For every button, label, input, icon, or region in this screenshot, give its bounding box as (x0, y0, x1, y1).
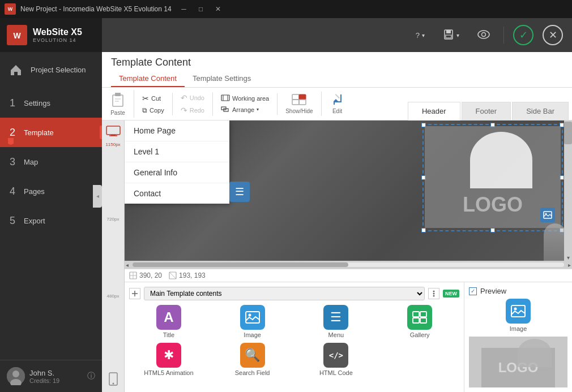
save-chevron: ▾ (456, 32, 459, 38)
working-area-button[interactable]: Working area (217, 93, 272, 104)
sidebar-brand: WebSite X5 EVOLUTION 14 (33, 27, 82, 43)
minimize-button[interactable]: ─ (176, 3, 192, 15)
object-options-icon[interactable] (428, 288, 439, 299)
scroll-right-arrow[interactable]: ▸ (567, 262, 572, 268)
svg-rect-22 (292, 100, 299, 105)
menu-toggle-button[interactable]: ☰ (229, 182, 250, 202)
vertical-scrollbar[interactable]: ▾ (564, 120, 572, 261)
html-code-icon: </> (323, 343, 348, 368)
svg-rect-28 (335, 94, 339, 98)
image-badge-icon[interactable] (540, 208, 555, 222)
nav-num-pages: 4 (8, 186, 17, 197)
info-button[interactable]: ⓘ (87, 371, 95, 381)
bottom-section: Main Template contents NEW A (125, 282, 572, 392)
size-value: 193, 193 (179, 272, 206, 279)
confirm-button[interactable]: ✓ (513, 25, 533, 45)
menu-item-contact[interactable]: Contact (125, 183, 229, 204)
nav-num-map: 3 (8, 156, 17, 168)
preview-canvas: LOGO (469, 337, 567, 387)
object-menu[interactable]: ☰ Menu (297, 305, 376, 338)
scrollbar-thumb-h[interactable] (133, 262, 348, 267)
dim-480: 480px (107, 294, 119, 299)
close-button[interactable]: ✕ (210, 3, 226, 15)
sidebar-item-settings[interactable]: 1 Settings (0, 88, 102, 118)
canvas-area[interactable]: LOGO Home Page (125, 120, 572, 269)
menu-popup: Home Page Level 1 General Info Contact (125, 120, 229, 204)
gallery-icon (407, 305, 432, 330)
save-button[interactable]: ▾ (438, 27, 464, 44)
cut-copy-group: ✂ Cut ⧉ Copy (139, 93, 173, 115)
menu-item-general[interactable]: General Info (125, 162, 229, 183)
objects-panel: Main Template contents NEW A (125, 282, 464, 392)
maximize-button[interactable]: □ (193, 3, 209, 15)
edit-button[interactable]: Edit (326, 92, 349, 116)
user-name: John S. (29, 369, 83, 377)
svg-rect-52 (511, 305, 525, 317)
objects-grid: A Title Image (129, 305, 459, 376)
arrange-button[interactable]: Arrange ▾ (217, 105, 272, 115)
scroll-down-arrow[interactable]: ▾ (564, 255, 572, 261)
sidebar-item-map[interactable]: 3 Map (0, 147, 102, 176)
collapse-sidebar-button[interactable]: ◂ (93, 185, 102, 208)
preview-image-item: Image (469, 299, 567, 332)
arrange-icon (221, 106, 230, 114)
svg-rect-46 (246, 312, 259, 323)
horizontal-scrollbar[interactable]: ◂ ▸ (125, 261, 572, 269)
object-title[interactable]: A Title (129, 305, 208, 338)
tab-template-settings[interactable]: Template Settings (185, 71, 259, 87)
header-close-button[interactable]: ✕ (543, 25, 563, 45)
tab-footer[interactable]: Footer (462, 102, 511, 120)
menu-item-level1[interactable]: Level 1 (125, 141, 229, 162)
user-info: John S. Credits: 19 (29, 369, 83, 384)
sidebar-item-export[interactable]: 5 Export (0, 206, 102, 235)
position-value: 390, 20 (139, 272, 162, 279)
dim-1150: 1150px (105, 142, 120, 148)
preview-image-icon (506, 299, 531, 324)
html-code-label: HTML Code (319, 369, 353, 376)
image-icon (240, 305, 265, 330)
cut-button[interactable]: ✂ Cut (139, 93, 168, 104)
help-button[interactable]: ? ▾ (411, 29, 429, 42)
scroll-left-arrow[interactable]: ◂ (125, 262, 130, 268)
handle-bc[interactable] (490, 228, 495, 232)
object-search-field[interactable]: 🔍 Search Field (213, 343, 292, 376)
tab-header[interactable]: Header (408, 102, 460, 120)
object-gallery[interactable]: Gallery (380, 305, 459, 338)
svg-rect-48 (413, 312, 419, 317)
preview-checkbox[interactable]: ✓ (469, 287, 477, 295)
show-hide-button[interactable]: Show/Hide (282, 92, 316, 116)
svg-rect-25 (334, 101, 342, 102)
logo-area: LOGO (425, 126, 561, 228)
add-object-icon[interactable] (129, 288, 140, 299)
object-html5-animation[interactable]: ✱ HTML5 Animation (129, 343, 208, 376)
scrollbar-thumb-v[interactable] (564, 122, 572, 144)
paste-button[interactable]: Paste (106, 90, 129, 118)
undo-button[interactable]: ↶ Undo (177, 92, 208, 104)
arrange-chevron-icon: ▾ (257, 107, 259, 112)
object-html-code[interactable]: </> HTML Code (297, 343, 376, 376)
mobile-device-icon[interactable] (105, 371, 122, 387)
save-icon (443, 29, 454, 42)
sidebar-item-project[interactable]: Project Selection (0, 52, 102, 88)
tab-template-content[interactable]: Template Content (111, 71, 185, 87)
svg-rect-7 (446, 30, 451, 33)
search-icon: 🔍 (240, 343, 265, 368)
svg-rect-8 (446, 35, 451, 38)
sidebar-item-template[interactable]: 2 Template (0, 118, 102, 147)
desktop-device-icon[interactable] (105, 123, 122, 140)
nav-num-export: 5 (8, 215, 17, 227)
handle-bl[interactable] (421, 228, 426, 232)
preview-image-label: Image (510, 325, 527, 332)
svg-marker-27 (334, 99, 338, 101)
copy-label: Copy (150, 107, 164, 114)
working-area-label: Working area (232, 95, 269, 102)
template-dropdown[interactable]: Main Template contents (144, 287, 425, 300)
svg-point-10 (482, 32, 486, 36)
preview-button[interactable] (473, 28, 494, 43)
menu-item-home[interactable]: Home Page (125, 120, 229, 141)
redo-button[interactable]: ↷ Redo (177, 105, 208, 116)
tab-sidebar[interactable]: Side Bar (512, 102, 569, 120)
copy-button[interactable]: ⧉ Copy (139, 105, 168, 115)
sidebar-item-pages[interactable]: 4 Pages (0, 176, 102, 206)
object-image[interactable]: Image (213, 305, 292, 338)
